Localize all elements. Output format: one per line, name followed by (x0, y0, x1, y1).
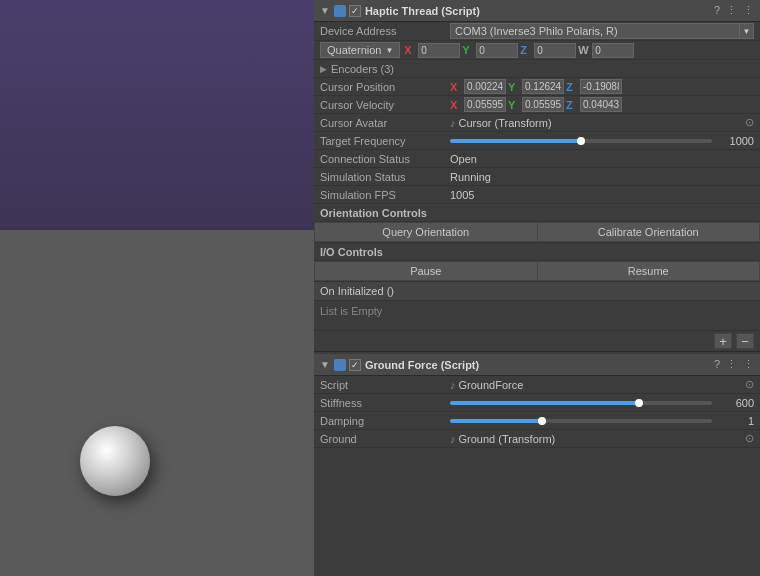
cursor-position-label: Cursor Position (320, 81, 450, 93)
viewport (0, 0, 314, 576)
query-orientation-button[interactable]: Query Orientation (314, 222, 538, 242)
target-frequency-slider-thumb[interactable] (577, 137, 585, 145)
ground-label: Ground (320, 433, 450, 445)
ground-menu-icon[interactable]: ⋮ (743, 358, 754, 371)
haptic-help-icon[interactable]: ? (714, 4, 720, 17)
damping-slider-track[interactable] (450, 419, 712, 423)
quaternion-w-input[interactable] (592, 43, 634, 58)
target-frequency-row: Target Frequency 1000 (314, 132, 760, 150)
stiffness-slider-fill (450, 401, 639, 405)
ground-script-value-container: ♪ GroundForce ⊙ (450, 378, 754, 391)
io-controls-section: I/O Controls (314, 243, 760, 261)
simulation-status-row: Simulation Status Running (314, 168, 760, 186)
ground-script-target-icon[interactable]: ⊙ (745, 378, 754, 391)
quaternion-fields: X Y Z W (404, 43, 754, 58)
haptic-enable-checkbox[interactable]: ✓ (349, 5, 361, 17)
stiffness-label: Stiffness (320, 397, 450, 409)
haptic-settings-icon[interactable]: ⋮ (726, 4, 737, 17)
ground-value: Ground (Transform) (459, 433, 742, 445)
cursor-pos-x-input[interactable] (464, 79, 506, 94)
simulation-fps-row: Simulation FPS 1005 (314, 186, 760, 204)
cursor-vel-z-input[interactable] (580, 97, 622, 112)
ground-header-icons: ? ⋮ ⋮ (714, 358, 754, 371)
on-initialized-header: On Initialized () (314, 282, 760, 301)
stiffness-slider-track[interactable] (450, 401, 712, 405)
connection-status-row: Connection Status Open (314, 150, 760, 168)
quaternion-z-input[interactable] (534, 43, 576, 58)
quaternion-z-label: Z (520, 44, 532, 56)
connection-status-value: Open (450, 153, 754, 165)
cursor-velocity-row: Cursor Velocity X Y Z (314, 96, 760, 114)
connection-status-label: Connection Status (320, 153, 450, 165)
ground-settings-icon[interactable]: ⋮ (726, 358, 737, 371)
damping-label: Damping (320, 415, 450, 427)
stiffness-value: 600 (718, 397, 754, 409)
pause-button[interactable]: Pause (314, 261, 538, 281)
cursor-vel-x-input[interactable] (464, 97, 506, 112)
calibrate-orientation-button[interactable]: Calibrate Orientation (538, 222, 761, 242)
cursor-pos-y-input[interactable] (522, 79, 564, 94)
quaternion-y-input[interactable] (476, 43, 518, 58)
stiffness-slider-container: 600 (450, 397, 754, 409)
encoders-collapse-arrow: ▶ (320, 64, 327, 74)
damping-slider-thumb[interactable] (538, 417, 546, 425)
cursor-velocity-fields: X Y Z (450, 97, 754, 112)
target-frequency-slider-track[interactable] (450, 139, 712, 143)
haptic-collapse-arrow[interactable]: ▼ (320, 5, 330, 16)
cursor-position-row: Cursor Position X Y Z (314, 78, 760, 96)
haptic-menu-icon[interactable]: ⋮ (743, 4, 754, 17)
quaternion-row: Quaternion ▼ X Y Z W (314, 41, 760, 60)
ground-collapse-arrow[interactable]: ▼ (320, 359, 330, 370)
io-buttons-row: Pause Resume (314, 261, 760, 282)
remove-event-button[interactable]: − (736, 333, 754, 349)
simulation-status-value: Running (450, 171, 754, 183)
ground-force-title: Ground Force (Script) (365, 359, 714, 371)
device-address-row: Device Address COM3 (Inverse3 Philo Pola… (314, 22, 760, 41)
ground-transform-icon: ♪ (450, 433, 456, 445)
on-initialized-label: On Initialized () (320, 285, 394, 297)
orientation-controls-title: Orientation Controls (320, 207, 427, 219)
cursor-vel-z-label: Z (566, 99, 578, 111)
ground-help-icon[interactable]: ? (714, 358, 720, 371)
resume-button[interactable]: Resume (538, 261, 761, 281)
simulation-fps-value: 1005 (450, 189, 754, 201)
sphere-object (80, 426, 150, 496)
cursor-avatar-row: Cursor Avatar ♪ Cursor (Transform) ⊙ (314, 114, 760, 132)
target-frequency-slider-container: 1000 (450, 135, 754, 147)
haptic-thread-header: ▼ ✓ Haptic Thread (Script) ? ⋮ ⋮ (314, 0, 760, 22)
io-controls-title: I/O Controls (320, 246, 383, 258)
device-address-label: Device Address (320, 25, 450, 37)
target-frequency-label: Target Frequency (320, 135, 450, 147)
damping-row: Damping 1 (314, 412, 760, 430)
damping-slider-container: 1 (450, 415, 754, 427)
device-address-field: COM3 (Inverse3 Philo Polaris, R) ▼ (450, 23, 754, 39)
target-frequency-value: 1000 (718, 135, 754, 147)
ground-target-icon[interactable]: ⊙ (745, 432, 754, 445)
ground-script-icon (334, 359, 346, 371)
ground-script-row: Script ♪ GroundForce ⊙ (314, 376, 760, 394)
quaternion-y-label: Y (462, 44, 474, 56)
encoders-row[interactable]: ▶ Encoders (3) (314, 60, 760, 78)
quaternion-x-input[interactable] (418, 43, 460, 58)
add-event-button[interactable]: + (714, 333, 732, 349)
device-address-dropdown-arrow[interactable]: ▼ (740, 23, 754, 39)
orientation-controls-section: Orientation Controls (314, 204, 760, 222)
target-frequency-slider-fill (450, 139, 581, 143)
stiffness-row: Stiffness 600 (314, 394, 760, 412)
ground-value-container: ♪ Ground (Transform) ⊙ (450, 432, 754, 445)
cursor-velocity-label: Cursor Velocity (320, 99, 450, 111)
cursor-pos-y-label: Y (508, 81, 520, 93)
inspector-panel: ▼ ✓ Haptic Thread (Script) ? ⋮ ⋮ Device … (314, 0, 760, 576)
cursor-pos-z-input[interactable] (580, 79, 622, 94)
ground-enable-checkbox[interactable]: ✓ (349, 359, 361, 371)
stiffness-slider-thumb[interactable] (635, 399, 643, 407)
on-initialized-footer: + − (314, 331, 760, 352)
cursor-vel-y-input[interactable] (522, 97, 564, 112)
ground-force-header: ▼ ✓ Ground Force (Script) ? ⋮ ⋮ (314, 354, 760, 376)
on-initialized-body: List is Empty (314, 301, 760, 331)
quaternion-dropdown-arrow: ▼ (385, 46, 393, 55)
ground-script-icon-note: ♪ (450, 379, 456, 391)
quaternion-dropdown[interactable]: Quaternion ▼ (320, 42, 400, 58)
cursor-avatar-target-icon[interactable]: ⊙ (745, 116, 754, 129)
haptic-script-icon (334, 5, 346, 17)
